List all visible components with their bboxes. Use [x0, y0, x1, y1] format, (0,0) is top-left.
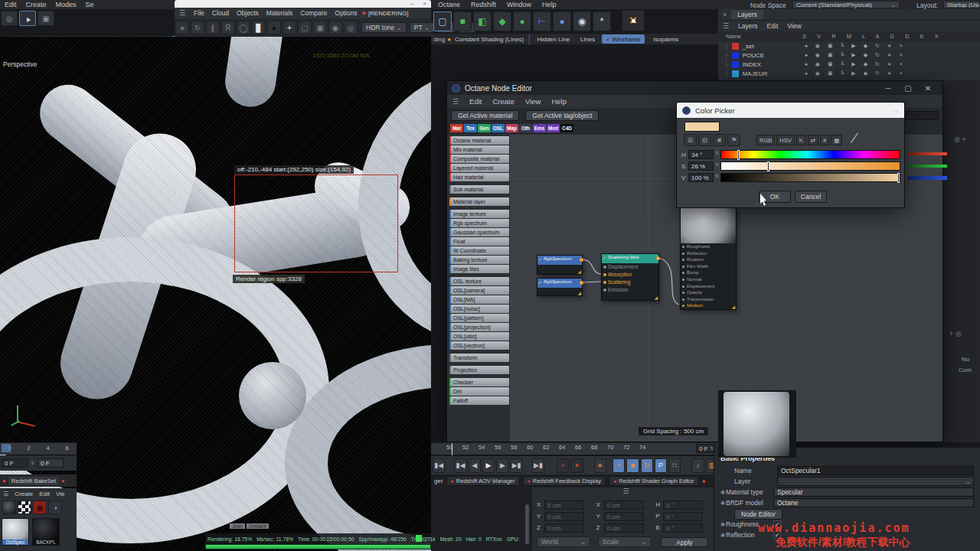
- resize-handle[interactable]: ◢: [577, 290, 581, 295]
- node-type-item[interactable]: OSL[MA]: [449, 295, 509, 304]
- transport-button[interactable]: ▶: [482, 458, 495, 473]
- resize-handle[interactable]: ◢: [654, 295, 658, 300]
- toolbar-icon[interactable]: ●: [513, 11, 531, 31]
- key-dot-icon[interactable]: ◉: [720, 532, 726, 538]
- hamburger-icon[interactable]: ☰: [0, 491, 11, 497]
- transport-button[interactable]: ↻: [641, 458, 653, 473]
- toolbar-icon[interactable]: ◧: [473, 11, 492, 31]
- bakeset-button[interactable]: Redshift BakeSet: [8, 477, 59, 485]
- magnifier-icon[interactable]: ◎ +: [954, 135, 966, 143]
- hue-value[interactable]: 34 °: [688, 150, 714, 159]
- layer-toggle-icons[interactable]: ● ◉ ▣ ╚ ▶ ◆ ↻ ∗ ×: [805, 61, 906, 67]
- node-type-item[interactable]: OSL texture: [449, 277, 509, 285]
- material-thumb[interactable]: OctSpec: [2, 518, 29, 546]
- category-tab[interactable]: OSL: [492, 124, 505, 132]
- redshift-icon[interactable]: ●: [0, 478, 8, 484]
- rotation-field[interactable]: 0 °: [663, 500, 703, 510]
- toolbar-icon[interactable]: ∥: [206, 21, 220, 34]
- category-tab[interactable]: C4D: [560, 124, 573, 132]
- toolbar-icon[interactable]: ◯: [237, 21, 250, 34]
- node-type-item[interactable]: OSL[pattern]: [449, 314, 509, 322]
- menu-item[interactable]: Se: [81, 1, 99, 8]
- mode-button[interactable]: K: [796, 135, 806, 145]
- layer-dropdown[interactable]: ⌄: [777, 477, 974, 486]
- octane-logo-icon[interactable]: ×: [622, 10, 645, 31]
- input-port[interactable]: Transmission: [681, 296, 736, 303]
- key-dot-icon[interactable]: ◉: [720, 500, 726, 506]
- menu-item[interactable]: Options: [331, 9, 361, 17]
- node-type-item[interactable]: Octane material: [449, 136, 509, 145]
- input-port[interactable]: Displacement: [681, 283, 736, 290]
- transport-button[interactable]: ●: [557, 458, 569, 473]
- timeline-ruler[interactable]: 50525456586062646668707274 0 F ⇅: [431, 442, 720, 455]
- toolbar-icon[interactable]: ◎: [344, 21, 358, 34]
- menu-item[interactable]: Redshift: [466, 1, 501, 8]
- redshift-icon[interactable]: ●: [702, 478, 706, 485]
- transport-button[interactable]: ∗: [594, 458, 606, 473]
- value-slider[interactable]: [720, 173, 900, 182]
- node-editor-titlebar[interactable]: Octane Node Editor ─ ▢ ✕: [447, 81, 942, 95]
- hamburger-icon[interactable]: ☰: [718, 22, 733, 30]
- name-input[interactable]: OctSpecular1: [777, 466, 974, 475]
- rotation-field[interactable]: 0 °: [663, 512, 703, 521]
- node-type-item[interactable]: Gaussian spectrum: [449, 228, 509, 236]
- redshift-button[interactable]: ● Redshift Feedback Display: [523, 476, 606, 486]
- node-type-item[interactable]: OSL[utils]: [449, 332, 509, 341]
- stepper-icon[interactable]: ⇅: [715, 174, 719, 178]
- input-port[interactable]: Bump: [681, 269, 736, 276]
- scale-field[interactable]: 0 cm: [604, 512, 644, 521]
- magnifier-icon[interactable]: ◎: [1, 11, 18, 26]
- toolbar-icon[interactable]: ◉: [573, 11, 591, 31]
- layer-color-swatch[interactable]: [732, 52, 739, 59]
- material-thumb[interactable]: BACKPL: [32, 518, 60, 546]
- toolbar-icon[interactable]: ⊢: [533, 11, 551, 31]
- menu-item[interactable]: Create: [11, 491, 36, 497]
- layer-toggle-icons[interactable]: ● ◉ ▣ ╚ ▶ ◆ ↻ ∗ ×: [805, 52, 906, 58]
- minimize-button[interactable]: ─: [878, 84, 898, 93]
- layer-name[interactable]: INDEX: [739, 61, 805, 68]
- tab-layers[interactable]: Layers: [731, 10, 763, 19]
- transport-button[interactable]: P: [655, 458, 667, 473]
- transport-button[interactable]: ●: [570, 458, 583, 473]
- redshift-button[interactable]: ● Redshift Shader Graph Editor: [609, 476, 699, 486]
- checker-icon[interactable]: [18, 500, 31, 514]
- menu-item[interactable]: Cloud: [208, 9, 233, 17]
- node-type-item[interactable]: Dirt: [449, 387, 509, 396]
- hdr-tone-dropdown[interactable]: HDR tone ⌄: [361, 22, 407, 33]
- shading-partial[interactable]: ding: [431, 36, 447, 43]
- picker-tool-icon[interactable]: ■: [713, 134, 726, 146]
- mode-button[interactable]: ▦: [831, 135, 842, 145]
- node-type-item[interactable]: Rgb spectrum: [449, 219, 509, 227]
- input-port[interactable]: Absorption: [602, 271, 658, 279]
- value-slider-handle[interactable]: [897, 173, 900, 183]
- node-type-item[interactable]: OSL[projection]: [449, 323, 509, 331]
- category-tab[interactable]: Med: [547, 124, 560, 132]
- node-type-item[interactable]: Falloff: [449, 396, 509, 405]
- transport-button[interactable]: ▮◀: [454, 458, 466, 473]
- stepper-icon[interactable]: ⇅: [31, 461, 34, 465]
- output-port[interactable]: [580, 281, 583, 285]
- transport-button[interactable]: +: [612, 458, 625, 473]
- scale-field[interactable]: 0 cm: [604, 500, 644, 510]
- input-port[interactable]: Reflection: [681, 250, 736, 257]
- node-type-item[interactable]: Composite material: [449, 155, 509, 163]
- node-type-item[interactable]: Sub material: [449, 185, 509, 194]
- close-button[interactable]: ✕: [918, 84, 938, 93]
- menu-item[interactable]: Modes: [51, 1, 81, 8]
- toolbar-icon[interactable]: ●: [553, 11, 571, 31]
- key-dot-icon[interactable]: ◉: [720, 521, 726, 527]
- pan-icon[interactable]: + ◎: [949, 330, 962, 337]
- shading-isoparms[interactable]: Isoparms: [647, 36, 684, 43]
- stepper-icon[interactable]: ⇅: [715, 163, 719, 167]
- menu-item[interactable]: View: [520, 97, 546, 106]
- toolbar-icon[interactable]: ▣: [313, 21, 327, 34]
- playhead[interactable]: [452, 443, 452, 455]
- node-editor-button[interactable]: Node Editor: [734, 509, 782, 520]
- saturation-value[interactable]: 26 %: [688, 161, 714, 171]
- picker-tool-icon[interactable]: ◍: [698, 134, 711, 146]
- position-field[interactable]: 0 cm: [544, 512, 584, 521]
- transport-button[interactable]: ◀: [469, 458, 481, 473]
- menu-item[interactable]: Octane: [433, 1, 466, 8]
- layer-color-swatch[interactable]: [732, 70, 739, 77]
- menu-item[interactable]: File: [190, 9, 208, 17]
